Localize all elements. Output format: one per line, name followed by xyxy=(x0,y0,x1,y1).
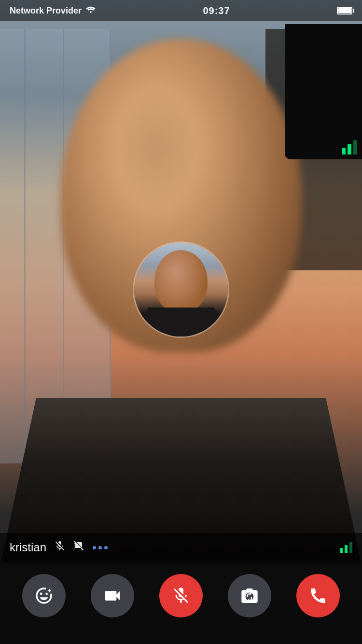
wifi-icon xyxy=(85,6,96,16)
mic-off-icon xyxy=(54,540,66,555)
flip-camera-button[interactable] xyxy=(228,574,271,617)
network-provider-label: Network Provider xyxy=(10,6,82,16)
self-view-thumbnail[interactable] xyxy=(133,241,229,338)
mute-button[interactable] xyxy=(159,574,203,617)
caller-name: kristian xyxy=(10,541,46,554)
end-call-button[interactable] xyxy=(296,574,340,617)
cam-off-icon xyxy=(73,540,85,555)
svg-text:+: + xyxy=(48,587,52,594)
video-button[interactable] xyxy=(91,574,134,617)
more-options-dots[interactable] xyxy=(93,546,108,549)
corner-signal-icon xyxy=(342,140,357,154)
call-info-bar: kristian xyxy=(0,533,362,562)
status-bar: Network Provider 09:37 xyxy=(0,0,362,21)
battery-icon xyxy=(337,7,352,14)
corner-camera-view[interactable] xyxy=(285,24,362,159)
add-effects-button[interactable]: + xyxy=(22,574,66,617)
controls-bar: + xyxy=(0,562,362,644)
call-signal-icon xyxy=(340,542,352,553)
clock: 09:37 xyxy=(203,5,230,16)
